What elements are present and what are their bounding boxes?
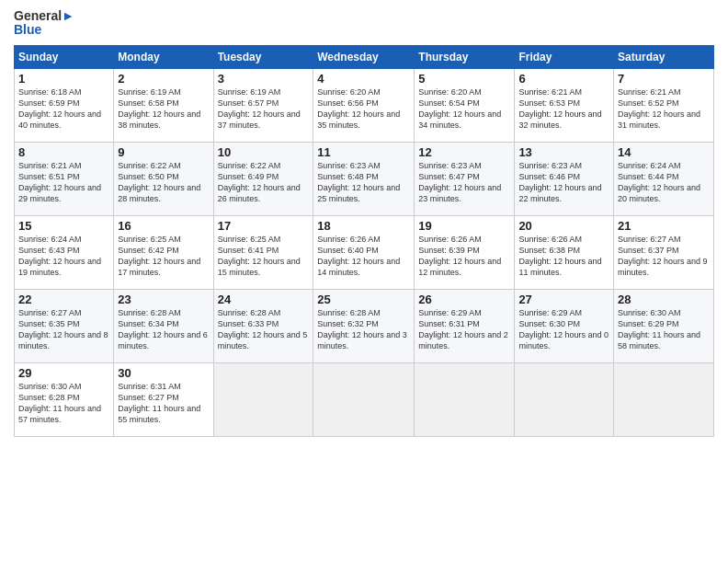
day-info: Sunrise: 6:31 AMSunset: 6:27 PMDaylight:…	[118, 382, 200, 424]
day-number: 21	[618, 219, 710, 233]
day-number: 4	[317, 72, 410, 86]
day-cell-8: 8 Sunrise: 6:21 AMSunset: 6:51 PMDayligh…	[15, 142, 114, 215]
calendar-week-1: 1 Sunrise: 6:18 AMSunset: 6:59 PMDayligh…	[15, 68, 714, 142]
day-info: Sunrise: 6:23 AMSunset: 6:47 PMDaylight:…	[418, 161, 501, 203]
day-info: Sunrise: 6:27 AMSunset: 6:35 PMDaylight:…	[18, 308, 108, 350]
day-cell-16: 16 Sunrise: 6:25 AMSunset: 6:42 PMDaylig…	[114, 215, 213, 289]
day-info: Sunrise: 6:22 AMSunset: 6:50 PMDaylight:…	[118, 161, 200, 203]
col-header-wednesday: Wednesday	[313, 45, 415, 68]
col-header-thursday: Thursday	[415, 45, 515, 68]
day-number: 12	[418, 145, 510, 159]
day-number: 13	[518, 145, 609, 159]
day-cell-21: 21 Sunrise: 6:27 AMSunset: 6:37 PMDaylig…	[614, 215, 714, 289]
logo-general: General►	[14, 9, 74, 23]
day-number: 27	[518, 293, 609, 306]
calendar-week-2: 8 Sunrise: 6:21 AMSunset: 6:51 PMDayligh…	[15, 142, 714, 215]
day-cell-17: 17 Sunrise: 6:25 AMSunset: 6:41 PMDaylig…	[213, 215, 313, 289]
day-cell-19: 19 Sunrise: 6:26 AMSunset: 6:39 PMDaylig…	[415, 215, 515, 289]
day-info: Sunrise: 6:19 AMSunset: 6:58 PMDaylight:…	[118, 87, 200, 130]
day-info: Sunrise: 6:30 AMSunset: 6:29 PMDaylight:…	[618, 308, 700, 350]
empty-cell	[313, 362, 415, 436]
day-info: Sunrise: 6:25 AMSunset: 6:42 PMDaylight:…	[118, 235, 200, 277]
day-number: 9	[118, 145, 209, 159]
day-cell-28: 28 Sunrise: 6:30 AMSunset: 6:29 PMDaylig…	[614, 289, 714, 362]
day-number: 18	[317, 219, 410, 233]
day-cell-13: 13 Sunrise: 6:23 AMSunset: 6:46 PMDaylig…	[515, 142, 614, 215]
day-info: Sunrise: 6:21 AMSunset: 6:53 PMDaylight:…	[518, 87, 601, 130]
day-number: 28	[618, 293, 710, 306]
day-cell-23: 23 Sunrise: 6:28 AMSunset: 6:34 PMDaylig…	[114, 289, 213, 362]
day-info: Sunrise: 6:26 AMSunset: 6:40 PMDaylight:…	[317, 235, 400, 277]
day-number: 26	[418, 293, 510, 306]
day-cell-15: 15 Sunrise: 6:24 AMSunset: 6:43 PMDaylig…	[15, 215, 114, 289]
empty-cell	[515, 362, 614, 436]
day-info: Sunrise: 6:29 AMSunset: 6:30 PMDaylight:…	[518, 308, 609, 350]
day-info: Sunrise: 6:24 AMSunset: 6:44 PMDaylight:…	[618, 161, 700, 203]
day-cell-11: 11 Sunrise: 6:23 AMSunset: 6:48 PMDaylig…	[313, 142, 415, 215]
page-container: General► Blue SundayMondayTuesdayWednesd…	[0, 0, 728, 446]
day-number: 22	[18, 293, 109, 306]
day-info: Sunrise: 6:21 AMSunset: 6:52 PMDaylight:…	[618, 87, 700, 130]
day-info: Sunrise: 6:29 AMSunset: 6:31 PMDaylight:…	[418, 308, 508, 350]
day-cell-18: 18 Sunrise: 6:26 AMSunset: 6:40 PMDaylig…	[313, 215, 415, 289]
day-cell-14: 14 Sunrise: 6:24 AMSunset: 6:44 PMDaylig…	[614, 142, 714, 215]
day-number: 17	[218, 219, 310, 233]
day-info: Sunrise: 6:28 AMSunset: 6:34 PMDaylight:…	[118, 308, 208, 350]
day-number: 10	[218, 145, 310, 159]
day-info: Sunrise: 6:28 AMSunset: 6:33 PMDaylight:…	[218, 308, 308, 350]
day-number: 15	[18, 219, 109, 233]
day-info: Sunrise: 6:19 AMSunset: 6:57 PMDaylight:…	[218, 87, 301, 130]
day-number: 1	[18, 72, 109, 86]
day-number: 11	[317, 145, 410, 159]
day-cell-1: 1 Sunrise: 6:18 AMSunset: 6:59 PMDayligh…	[15, 68, 114, 142]
day-number: 2	[118, 72, 209, 86]
day-cell-10: 10 Sunrise: 6:22 AMSunset: 6:49 PMDaylig…	[213, 142, 313, 215]
day-info: Sunrise: 6:20 AMSunset: 6:56 PMDaylight:…	[317, 87, 400, 130]
day-info: Sunrise: 6:20 AMSunset: 6:54 PMDaylight:…	[418, 87, 501, 130]
day-number: 5	[418, 72, 510, 86]
logo-blue: Blue	[14, 23, 41, 37]
col-header-friday: Friday	[515, 45, 614, 68]
day-number: 8	[18, 145, 109, 159]
day-number: 24	[218, 293, 310, 306]
day-number: 7	[618, 72, 710, 86]
day-number: 16	[118, 219, 209, 233]
day-cell-22: 22 Sunrise: 6:27 AMSunset: 6:35 PMDaylig…	[15, 289, 114, 362]
day-cell-12: 12 Sunrise: 6:23 AMSunset: 6:47 PMDaylig…	[415, 142, 515, 215]
calendar-week-3: 15 Sunrise: 6:24 AMSunset: 6:43 PMDaylig…	[15, 215, 714, 289]
day-cell-20: 20 Sunrise: 6:26 AMSunset: 6:38 PMDaylig…	[515, 215, 614, 289]
day-number: 25	[317, 293, 410, 306]
day-cell-29: 29 Sunrise: 6:30 AMSunset: 6:28 PMDaylig…	[15, 362, 114, 436]
day-cell-3: 3 Sunrise: 6:19 AMSunset: 6:57 PMDayligh…	[213, 68, 313, 142]
day-cell-30: 30 Sunrise: 6:31 AMSunset: 6:27 PMDaylig…	[114, 362, 213, 436]
day-cell-24: 24 Sunrise: 6:28 AMSunset: 6:33 PMDaylig…	[213, 289, 313, 362]
day-cell-25: 25 Sunrise: 6:28 AMSunset: 6:32 PMDaylig…	[313, 289, 415, 362]
day-info: Sunrise: 6:21 AMSunset: 6:51 PMDaylight:…	[18, 161, 101, 203]
day-cell-2: 2 Sunrise: 6:19 AMSunset: 6:58 PMDayligh…	[114, 68, 213, 142]
day-cell-4: 4 Sunrise: 6:20 AMSunset: 6:56 PMDayligh…	[313, 68, 415, 142]
day-info: Sunrise: 6:30 AMSunset: 6:28 PMDaylight:…	[18, 382, 101, 424]
day-info: Sunrise: 6:24 AMSunset: 6:43 PMDaylight:…	[18, 235, 101, 277]
day-info: Sunrise: 6:25 AMSunset: 6:41 PMDaylight:…	[218, 235, 301, 277]
day-cell-5: 5 Sunrise: 6:20 AMSunset: 6:54 PMDayligh…	[415, 68, 515, 142]
day-info: Sunrise: 6:27 AMSunset: 6:37 PMDaylight:…	[618, 235, 708, 277]
day-cell-7: 7 Sunrise: 6:21 AMSunset: 6:52 PMDayligh…	[614, 68, 714, 142]
day-number: 23	[118, 293, 209, 306]
day-number: 3	[218, 72, 310, 86]
col-header-tuesday: Tuesday	[213, 45, 313, 68]
day-number: 20	[518, 219, 609, 233]
col-header-monday: Monday	[114, 45, 213, 68]
day-cell-9: 9 Sunrise: 6:22 AMSunset: 6:50 PMDayligh…	[114, 142, 213, 215]
day-info: Sunrise: 6:22 AMSunset: 6:49 PMDaylight:…	[218, 161, 301, 203]
logo: General► Blue	[14, 9, 74, 38]
empty-cell	[213, 362, 313, 436]
day-number: 19	[418, 219, 510, 233]
header: General► Blue	[14, 9, 714, 38]
calendar-week-5: 29 Sunrise: 6:30 AMSunset: 6:28 PMDaylig…	[15, 362, 714, 436]
day-number: 30	[118, 366, 209, 380]
calendar-table: SundayMondayTuesdayWednesdayThursdayFrid…	[14, 45, 714, 437]
day-info: Sunrise: 6:23 AMSunset: 6:48 PMDaylight:…	[317, 161, 400, 203]
day-info: Sunrise: 6:26 AMSunset: 6:38 PMDaylight:…	[518, 235, 601, 277]
day-info: Sunrise: 6:26 AMSunset: 6:39 PMDaylight:…	[418, 235, 501, 277]
day-info: Sunrise: 6:18 AMSunset: 6:59 PMDaylight:…	[18, 87, 101, 130]
